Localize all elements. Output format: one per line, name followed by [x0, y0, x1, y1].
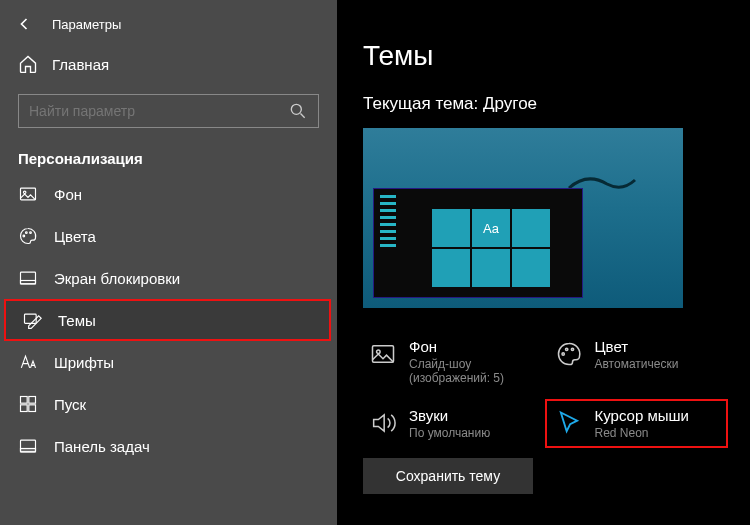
sidebar-item-fonts[interactable]: Шрифты [0, 341, 337, 383]
setting-sounds[interactable]: Звуки По умолчанию [363, 403, 539, 444]
svg-rect-10 [29, 397, 36, 404]
themes-icon [22, 310, 42, 330]
setting-title: Цвет [595, 338, 679, 355]
lockscreen-icon [18, 268, 38, 288]
setting-title: Звуки [409, 407, 490, 424]
search-icon [288, 101, 308, 121]
svg-point-5 [30, 232, 32, 234]
setting-color[interactable]: Цвет Автоматически [549, 334, 725, 389]
sidebar-item-lockscreen[interactable]: Экран блокировки [0, 257, 337, 299]
sidebar-item-label: Шрифты [54, 354, 114, 371]
cursor-icon [555, 409, 583, 437]
sidebar-home[interactable]: Главная [0, 44, 337, 84]
svg-point-0 [291, 104, 301, 114]
mini-tiles: Aa [432, 209, 550, 287]
svg-point-16 [377, 350, 381, 354]
sidebar-section-title: Персонализация [0, 132, 337, 173]
fonts-icon [18, 352, 38, 372]
theme-settings-grid: Фон Слайд-шоу (изображений: 5) Цвет Авто… [363, 334, 724, 444]
current-theme-row: Текущая тема: Другое [363, 94, 724, 114]
svg-rect-14 [21, 449, 36, 452]
speaker-icon [369, 409, 397, 437]
current-theme-label: Текущая тема: [363, 94, 478, 113]
svg-rect-8 [25, 314, 37, 323]
current-theme-value: Другое [483, 94, 537, 113]
sidebar-item-taskbar[interactable]: Панель задач [0, 425, 337, 467]
svg-point-3 [23, 235, 25, 237]
sample-text: Aa [472, 209, 510, 247]
sidebar-item-themes[interactable]: Темы [4, 299, 331, 341]
sidebar-item-label: Цвета [54, 228, 96, 245]
svg-point-18 [565, 348, 567, 350]
home-icon [18, 54, 38, 74]
svg-rect-7 [21, 281, 36, 284]
highlight-themes: Темы [4, 299, 331, 341]
sidebar-item-start[interactable]: Пуск [0, 383, 337, 425]
sidebar-item-label: Темы [58, 312, 96, 329]
svg-point-19 [571, 348, 573, 350]
sidebar-item-label: Экран блокировки [54, 270, 180, 287]
theme-preview[interactable]: Aa [363, 128, 683, 308]
palette-icon [18, 226, 38, 246]
svg-rect-11 [21, 405, 28, 412]
picture-icon [369, 340, 397, 368]
setting-cursor[interactable]: Курсор мыши Red Neon [549, 403, 725, 444]
app-title: Параметры [52, 17, 121, 32]
mini-desktop: Aa [373, 188, 583, 298]
sidebar-item-label: Пуск [54, 396, 86, 413]
search-input[interactable] [29, 103, 288, 119]
main-panel: Темы Текущая тема: Другое Aa Фон Слай [337, 0, 750, 525]
svg-rect-6 [21, 272, 36, 284]
page-title: Темы [363, 40, 724, 72]
svg-rect-9 [21, 397, 28, 404]
sidebar-item-colors[interactable]: Цвета [0, 215, 337, 257]
setting-sub: Автоматически [595, 357, 679, 371]
setting-background[interactable]: Фон Слайд-шоу (изображений: 5) [363, 334, 539, 389]
sidebar-item-label: Панель задач [54, 438, 150, 455]
search-box[interactable] [18, 94, 319, 128]
setting-title: Фон [409, 338, 533, 355]
picture-icon [18, 184, 38, 204]
sidebar-header: Параметры [0, 4, 337, 44]
setting-sub: Red Neon [595, 426, 689, 440]
sidebar-nav: Фон Цвета Экран блокировки Темы [0, 173, 337, 467]
setting-sub: Слайд-шоу (изображений: 5) [409, 357, 533, 385]
sidebar-home-label: Главная [52, 56, 109, 73]
start-icon [18, 394, 38, 414]
taskbar-icon [18, 436, 38, 456]
setting-title: Курсор мыши [595, 407, 689, 424]
svg-rect-12 [29, 405, 36, 412]
back-button[interactable] [12, 12, 36, 36]
sidebar: Параметры Главная Персонализация Фон Цве… [0, 0, 337, 525]
mini-sidebar [380, 195, 402, 291]
palette-icon [555, 340, 583, 368]
save-theme-button[interactable]: Сохранить тему [363, 458, 533, 494]
sidebar-item-label: Фон [54, 186, 82, 203]
sidebar-item-background[interactable]: Фон [0, 173, 337, 215]
arrow-left-icon [14, 14, 34, 34]
svg-point-4 [26, 232, 28, 234]
setting-sub: По умолчанию [409, 426, 490, 440]
svg-point-17 [562, 353, 564, 355]
